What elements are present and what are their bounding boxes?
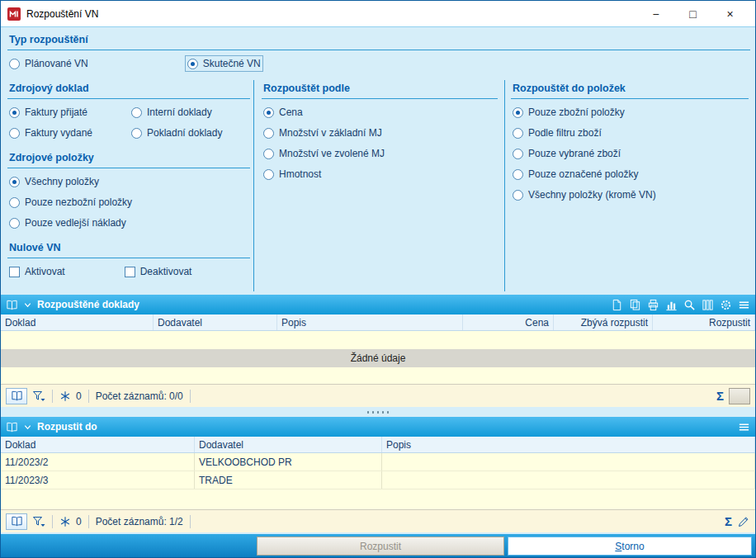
option-label: Faktury vydané (25, 127, 92, 139)
columns-icon[interactable] (702, 299, 714, 311)
minimize-button[interactable]: − (637, 2, 674, 26)
chevron-down-icon[interactable] (23, 300, 32, 310)
book-icon[interactable] (6, 299, 18, 311)
radio-unselected-icon[interactable] (263, 169, 274, 180)
grid-header-row: Doklad Dodavatel Popis Cena Zbývá rozpus… (1, 314, 755, 331)
cell-doklad: 11/2023/2 (1, 453, 195, 471)
radio-group-zdrojove-polozky: Všechny položkyPouze nezbožní položkyPou… (7, 176, 250, 229)
splitter-dots (366, 411, 390, 414)
splitter-handle[interactable] (1, 407, 755, 417)
radio-option[interactable]: Pokladní doklady (131, 127, 250, 139)
radio-option[interactable]: Plánované VN (9, 58, 88, 69)
radio-option[interactable]: Pouze nezbožní položky (9, 196, 250, 208)
copy-icon[interactable] (629, 299, 641, 311)
option-label: Faktury přijaté (25, 106, 87, 118)
radio-option[interactable]: Množství ve zvolené MJ (263, 148, 498, 159)
option-label: Skutečné VN (203, 58, 261, 69)
column-header[interactable]: Rozpustit (653, 314, 755, 330)
close-button[interactable]: × (711, 2, 749, 26)
radio-selected-icon[interactable] (513, 107, 523, 118)
column-header[interactable]: Dodavatel (154, 314, 277, 330)
radio-option[interactable]: Interní doklady (131, 106, 250, 118)
dialog-rozpousteni-vn: Rozpouštění VN − □ × Typ rozpouštění Plá… (0, 0, 756, 558)
radio-option[interactable]: Pouze označené položky (513, 168, 749, 180)
table-row[interactable]: 11/2023/3TRADE (1, 471, 755, 489)
snowflake-icon[interactable] (59, 390, 71, 402)
table-row[interactable]: 11/2023/2VELKOOBCHOD PR (1, 453, 755, 471)
radio-unselected-icon[interactable] (263, 128, 274, 139)
radio-selected-icon[interactable] (9, 177, 20, 187)
maximize-button[interactable]: □ (674, 2, 711, 26)
browse-button[interactable] (6, 513, 27, 530)
menu-icon[interactable] (738, 421, 750, 433)
column-header[interactable]: Doklad (1, 314, 154, 330)
column-header[interactable]: Doklad (1, 437, 195, 452)
search-icon[interactable] (683, 299, 696, 311)
gear-icon[interactable] (720, 299, 732, 311)
option-label: Pouze vedlejší náklady (25, 217, 126, 229)
option-label: Pouze nezbožní položky (25, 196, 132, 208)
section-heading: Typ rozpouštění (7, 31, 750, 50)
chevron-down-icon[interactable] (23, 423, 32, 432)
filter-icon[interactable] (32, 515, 45, 528)
radio-unselected-icon[interactable] (9, 128, 20, 139)
radio-unselected-icon[interactable] (9, 218, 20, 229)
browse-button[interactable] (6, 388, 27, 404)
radio-unselected-icon[interactable] (513, 190, 523, 201)
cell-doklad: 11/2023/3 (1, 471, 195, 489)
radio-selected-icon[interactable] (9, 107, 20, 118)
new-document-icon[interactable] (611, 299, 623, 311)
radio-unselected-icon[interactable] (9, 59, 20, 69)
radio-unselected-icon[interactable] (131, 128, 142, 139)
column-header[interactable]: Popis (382, 437, 755, 452)
radio-selected-icon[interactable] (263, 107, 274, 118)
edit-pencil-icon[interactable] (737, 515, 750, 528)
print-icon[interactable] (647, 299, 659, 311)
filter-icon[interactable] (32, 390, 45, 403)
section-typ-rozpousteni: Typ rozpouštění Plánované VNSkutečné VN (7, 31, 750, 69)
menu-icon[interactable] (738, 299, 750, 311)
radio-option[interactable]: Podle filtru zboží (513, 127, 749, 139)
sum-icon[interactable]: Σ (716, 389, 724, 403)
radio-option[interactable]: Cena (263, 106, 498, 118)
radio-option[interactable]: Pouze vedlejší náklady (9, 217, 250, 229)
panel-title-bar: Rozpouštěné doklady (1, 295, 755, 314)
cell-popis (382, 453, 755, 471)
sum-icon[interactable]: Σ (725, 514, 732, 528)
radio-selected-icon[interactable] (187, 59, 198, 69)
option-label: Podle filtru zboží (528, 127, 602, 139)
radio-unselected-icon[interactable] (9, 197, 20, 208)
radio-unselected-icon[interactable] (513, 149, 523, 159)
radio-unselected-icon[interactable] (513, 128, 523, 139)
edit-button-disabled[interactable] (729, 388, 750, 404)
radio-option[interactable]: Skutečné VN (187, 58, 261, 69)
checkbox-option[interactable]: Deaktivovat (125, 266, 192, 277)
book-icon[interactable] (6, 421, 18, 433)
radio-option[interactable]: Faktury přijaté (9, 106, 131, 118)
checkbox-option[interactable]: Aktivovat (9, 266, 65, 277)
titlebar: Rozpouštění VN − □ × (1, 1, 755, 27)
radio-option[interactable]: Hmotnost (263, 168, 498, 180)
radio-unselected-icon[interactable] (513, 169, 523, 180)
radio-option[interactable]: Množství v základní MJ (263, 127, 498, 139)
column-header[interactable]: Popis (277, 314, 463, 330)
radio-option[interactable]: Všechny položky (kromě VN) (513, 189, 749, 201)
checkbox-group-nulove-vn: AktivovatDeaktivovat (7, 266, 250, 277)
checkbox-unselected-icon[interactable] (125, 267, 135, 277)
storno-button[interactable]: Storno (508, 537, 752, 556)
radio-option[interactable]: Pouze vybrané zboží (513, 148, 749, 159)
radio-option[interactable]: Faktury vydané (9, 127, 131, 139)
radio-unselected-icon[interactable] (131, 107, 142, 118)
checkbox-unselected-icon[interactable] (9, 267, 20, 277)
grid-body: Žádné údaje (1, 331, 755, 384)
rozpustit-button[interactable]: Rozpustit (257, 537, 504, 556)
column-header[interactable]: Zbývá rozpustit (554, 314, 653, 330)
chart-icon[interactable] (665, 299, 678, 311)
column-header[interactable]: Dodavatel (195, 437, 382, 452)
radio-option[interactable]: Všechny položky (9, 176, 250, 187)
radio-option[interactable]: Pouze zbožní položky (513, 106, 749, 118)
column-header[interactable]: Cena (463, 314, 554, 330)
frozen-count: 0 (76, 516, 82, 527)
snowflake-icon[interactable] (59, 516, 71, 527)
radio-unselected-icon[interactable] (263, 149, 274, 159)
